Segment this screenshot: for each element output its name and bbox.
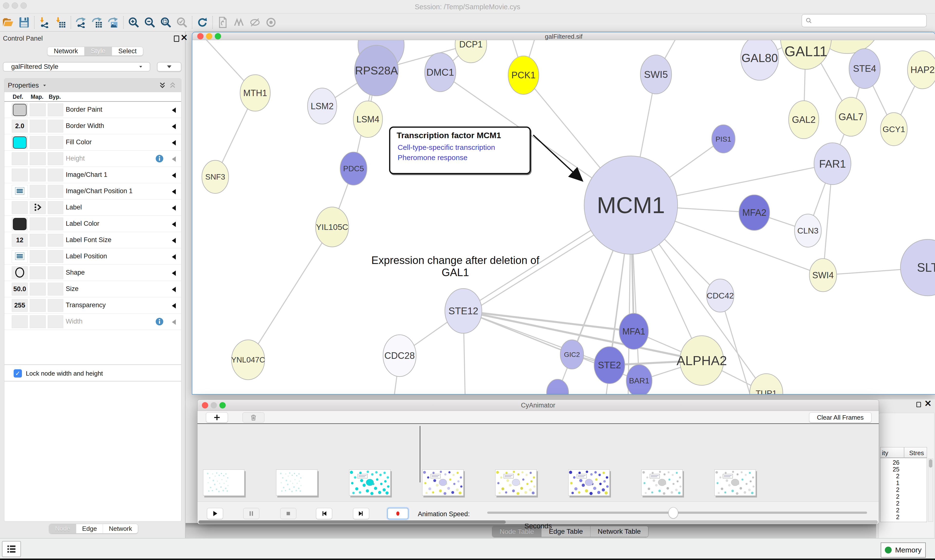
byp-cell[interactable] [48,201,63,214]
style-property-row-transparency[interactable]: 255Transparency [5,297,181,314]
def-cell[interactable] [12,217,28,230]
expand-all-icon[interactable] [159,82,165,89]
style-options-button[interactable] [157,62,181,72]
def-cell[interactable]: 12 [12,234,28,247]
byp-cell[interactable] [48,152,63,165]
table-vscrollbar-handle[interactable] [929,459,932,468]
network-node-slt2[interactable]: SLT [900,239,935,296]
zoom-out-button[interactable] [142,15,157,29]
close-panel-icon[interactable]: ✕ [924,400,932,407]
map-cell[interactable] [30,103,46,116]
clear-all-frames-button[interactable]: Clear All Frames [809,412,872,423]
network-node-yil105c[interactable]: YIL105C [316,207,349,247]
map-cell[interactable] [30,152,46,165]
def-cell[interactable]: 50.0 [12,283,28,295]
byp-cell[interactable] [48,103,63,116]
network-canvas[interactable]: GAL11GAL80STE4HAP2GAL2GAL7GCY1SWI5RPS28A… [192,40,935,394]
expand-property-icon[interactable] [172,287,176,292]
import-network-button[interactable] [37,15,52,29]
export-network-button[interactable] [74,15,89,29]
style-property-row-label-font-size[interactable]: 12Label Font Size [5,232,181,248]
frame-thumbnail-5[interactable] [568,469,610,496]
frame-thumbnail-2[interactable] [349,469,390,496]
byp-cell[interactable] [48,234,63,247]
network-node-gal2[interactable]: GAL2 [788,101,819,138]
expand-property-icon[interactable] [172,108,176,113]
byp-cell[interactable] [48,299,63,312]
style-property-row-fill-color[interactable]: Fill Color [5,134,181,151]
network-node-hap2[interactable]: HAP2 [907,51,935,89]
search-input[interactable] [802,14,927,27]
network-node-bar1[interactable]: BAR1 [626,365,652,394]
map-cell[interactable] [30,250,46,263]
lock-size-checkbox[interactable]: ✓ [14,369,22,378]
close-panel-icon[interactable]: ✕ [181,35,188,41]
style-property-row-height[interactable]: Height [5,151,181,167]
expand-property-icon[interactable] [172,222,176,227]
frame-thumbnail-1[interactable] [276,469,318,496]
frame-thumbnail-0[interactable] [203,469,244,496]
record-button[interactable] [387,508,408,519]
tab-style[interactable]: Style [84,47,112,55]
def-cell[interactable] [12,103,28,116]
map-cell[interactable] [30,201,46,214]
zoom-in-button[interactable] [126,15,141,29]
tab-network[interactable]: Network [48,47,84,55]
expand-property-icon[interactable] [172,271,176,276]
expand-property-icon[interactable] [172,140,176,146]
network-node-ste4[interactable]: STE4 [849,49,880,89]
info-icon[interactable] [155,154,164,164]
table-cell[interactable]: 2 [881,500,900,507]
network-node-pck1[interactable]: PCK1 [508,56,539,94]
timeline-hscrollbar[interactable] [199,520,878,524]
save-session-button[interactable] [17,15,32,29]
byp-cell[interactable] [48,315,63,328]
network-node-rps28a[interactable]: RPS28A [355,45,398,96]
network-node-cdc42[interactable]: CDC42 [707,279,734,312]
pause-button[interactable] [243,508,259,519]
map-cell[interactable] [30,217,46,230]
network-node-swi4[interactable]: SWI4 [809,258,837,292]
table-cell[interactable]: 2 [881,473,900,480]
expand-property-icon[interactable] [172,189,176,194]
refresh-button[interactable] [195,15,210,29]
network-window-titlebar[interactable]: galFiltered.sif [192,32,935,40]
byp-cell[interactable] [48,136,63,149]
zoom-fit-button[interactable] [158,15,173,29]
network-node-mfa2[interactable]: MFA2 [739,195,770,230]
show-selected-button[interactable] [264,15,279,29]
network-node-mth1[interactable]: MTH1 [240,75,270,111]
frame-thumbnail-3[interactable] [422,469,464,496]
collapse-all-icon[interactable] [170,82,176,89]
delete-frame-button[interactable] [242,412,264,423]
play-button[interactable] [207,508,223,519]
map-cell[interactable] [30,120,46,132]
byp-cell[interactable] [48,217,63,230]
network-node-gal7[interactable]: GAL7 [835,97,867,136]
network-node-mcm1[interactable]: MCM1 [584,156,677,254]
map-cell[interactable] [30,283,46,295]
map-cell[interactable] [30,266,46,279]
add-frame-button[interactable] [206,412,228,423]
style-property-row-image-chart-position-1[interactable]: Image/Chart Position 1 [5,183,181,200]
frame-thumbnail-4[interactable] [495,469,537,496]
stop-button[interactable] [280,508,296,519]
tab-edge[interactable]: Edge [76,524,103,533]
expand-property-icon[interactable] [172,157,176,162]
network-node-pis1[interactable]: PIS1 [712,125,735,153]
style-selector-dropdown[interactable]: galFiltered Style [3,62,150,72]
network-node-gal11[interactable]: GAL11 [781,40,832,69]
style-property-row-border-paint[interactable]: Border Paint [5,102,181,118]
table-cell[interactable]: 1 [881,480,900,486]
table-cell[interactable]: 2 [881,507,900,514]
style-property-row-shape[interactable]: Shape [5,265,181,281]
timeline-playhead[interactable] [420,426,420,482]
expand-property-icon[interactable] [172,319,176,325]
network-node-cdc28[interactable]: CDC28 [383,335,416,377]
network-node-alpha2[interactable]: ALPHA2 [676,336,727,385]
network-node-lsm2[interactable]: LSM2 [307,88,337,124]
annotation-box[interactable]: Transcription factor MCM1 Cell-type-spec… [389,126,531,174]
cyanimator-titlebar[interactable]: CyAnimator [197,400,879,411]
annotation-link-1[interactable]: Cell-type-specific transcription [398,143,495,152]
network-node-gal80[interactable]: GAL80 [741,40,779,80]
